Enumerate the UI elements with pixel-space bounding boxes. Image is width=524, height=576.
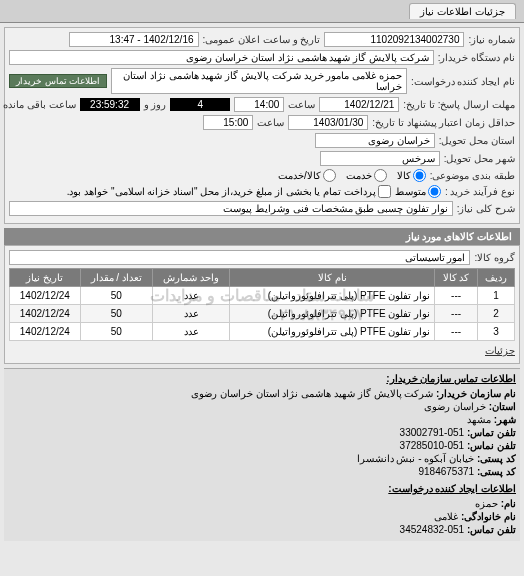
cell-name: نوار تفلون PTFE (پلی تترافلوئورواتیلن) bbox=[230, 305, 435, 323]
announce-date-value: 1402/12/16 - 13:47 bbox=[69, 32, 199, 47]
remaining-days-suffix: روز و bbox=[144, 99, 167, 110]
requester-label: نام ایجاد کننده درخواست: bbox=[411, 76, 515, 87]
table-row[interactable]: 1---نوار تفلون PTFE (پلی تترافلوئورواتیل… bbox=[10, 287, 515, 305]
col-unit: واحد شمارش bbox=[152, 269, 229, 287]
province-value: خراسان رضوی bbox=[424, 401, 486, 412]
need-number-label: شماره نیاز: bbox=[468, 34, 515, 45]
fname-label: نام: bbox=[501, 498, 516, 509]
contact-title: اطلاعات تماس سازمان خریدار: bbox=[8, 373, 516, 384]
category-goods-radio[interactable]: کالا bbox=[397, 169, 426, 182]
need-desc-value: نوار تفلون چسبی طبق مشخصات فنی وشرایط پی… bbox=[9, 201, 453, 216]
fax-value: 051-37285010 bbox=[400, 440, 465, 451]
tab-label: جزئیات اطلاعات نیاز bbox=[420, 6, 505, 17]
contact-section: اطلاعات تماس سازمان خریدار: نام سازمان خ… bbox=[4, 368, 520, 541]
tab-details[interactable]: جزئیات اطلاعات نیاز bbox=[409, 3, 516, 19]
cell-date: 1402/12/24 bbox=[10, 323, 81, 341]
table-row[interactable]: 2---نوار تفلون PTFE (پلی تترافلوئورواتیل… bbox=[10, 305, 515, 323]
details-link[interactable]: جزئیات bbox=[485, 345, 515, 356]
group-label: گروه کالا: bbox=[474, 252, 515, 263]
delivery-state: خراسان رضوی bbox=[315, 133, 435, 148]
requester-value: حمزه غلامی مامور خرید شرکت پالایش گاز شه… bbox=[111, 68, 407, 94]
cell-unit: عدد bbox=[152, 305, 229, 323]
remaining-days: 4 bbox=[170, 98, 230, 111]
cell-name: نوار تفلون PTFE (پلی تترافلوئورواتیلن) bbox=[230, 323, 435, 341]
items-section-header: اطلاعات کالاهای مورد نیاز bbox=[4, 228, 520, 245]
org-value: شرکت پالایش گاز شهید هاشمی نژاد استان خر… bbox=[191, 388, 433, 399]
requester-contact-title: اطلاعات ایجاد کننده درخواست: bbox=[8, 483, 516, 494]
cell-n: 1 bbox=[477, 287, 514, 305]
remaining-time: 23:59:32 bbox=[80, 98, 140, 111]
category-label: طبقه بندی موضوعی: bbox=[430, 170, 515, 181]
col-date: تاریخ نیاز bbox=[10, 269, 81, 287]
deadline-label: مهلت ارسال پاسخ: تا تاریخ: bbox=[403, 99, 515, 110]
col-name: نام کالا bbox=[230, 269, 435, 287]
postcode-value: 9184675371 bbox=[418, 466, 474, 477]
cell-name: نوار تفلون PTFE (پلی تترافلوئورواتیلن) bbox=[230, 287, 435, 305]
cell-qty: 50 bbox=[80, 305, 152, 323]
col-row: ردیف bbox=[477, 269, 514, 287]
buyer-contact-button[interactable]: اطلاعات تماس خریدار bbox=[9, 74, 107, 88]
validity-time-label: ساعت bbox=[257, 117, 284, 128]
phone-label: تلفن تماس: bbox=[467, 427, 516, 438]
delivery-state-label: استان محل تحویل: bbox=[439, 135, 515, 146]
deadline-time: 14:00 bbox=[234, 97, 284, 112]
cell-qty: 50 bbox=[80, 287, 152, 305]
items-section: گروه کالا: امور تاسیساتی ردیف کد کالا نا… bbox=[4, 245, 520, 364]
need-info-section: شماره نیاز: 1102092134002730 تاریخ و ساع… bbox=[4, 27, 520, 224]
payment-label: نوع فرآیند خرید : bbox=[445, 186, 515, 197]
payment-medium-radio[interactable]: متوسط bbox=[395, 185, 441, 198]
validity-time: 15:00 bbox=[203, 115, 253, 130]
validity-date: 1403/01/30 bbox=[288, 115, 368, 130]
remaining-suffix: ساعت باقی مانده bbox=[3, 99, 76, 110]
need-desc-label: شرح کلی نیاز: bbox=[457, 203, 515, 214]
cell-date: 1402/12/24 bbox=[10, 287, 81, 305]
delivery-city: سرخس bbox=[320, 151, 440, 166]
category-cash-radio[interactable]: کالا/خدمت bbox=[278, 169, 336, 182]
table-row[interactable]: 3---نوار تفلون PTFE (پلی تترافلوئورواتیل… bbox=[10, 323, 515, 341]
city-value: مشهد bbox=[467, 414, 491, 425]
cell-code: --- bbox=[435, 305, 478, 323]
postal-value: خیابان آبکوه - نبش دانشسرا bbox=[357, 453, 474, 464]
buyer-device-label: نام دستگاه خریدار: bbox=[438, 52, 515, 63]
cell-unit: عدد bbox=[152, 323, 229, 341]
validity-label: حداقل زمان اعتبار پیشنهاد تا تاریخ: bbox=[372, 117, 515, 128]
deadline-date: 1402/12/21 bbox=[319, 97, 399, 112]
req-phone-label: تلفن تماس: bbox=[467, 524, 516, 535]
col-qty: تعداد / مقدار bbox=[80, 269, 152, 287]
postcode-label: کد پستی: bbox=[477, 466, 516, 477]
lname-label: نام خانوادگی: bbox=[461, 511, 516, 522]
org-label: نام سازمان خریدار: bbox=[436, 388, 516, 399]
cell-date: 1402/12/24 bbox=[10, 305, 81, 323]
category-radio-group: کالا خدمت کالا/خدمت bbox=[278, 169, 426, 182]
postal-label: کد پستی: bbox=[477, 453, 516, 464]
cell-code: --- bbox=[435, 287, 478, 305]
province-label: استان: bbox=[489, 401, 516, 412]
lname-value: غلامی bbox=[434, 511, 458, 522]
cell-code: --- bbox=[435, 323, 478, 341]
deadline-time-label: ساعت bbox=[288, 99, 315, 110]
city-label: شهر: bbox=[494, 414, 516, 425]
need-number-value: 1102092134002730 bbox=[324, 32, 464, 47]
fname-value: حمزه bbox=[475, 498, 498, 509]
req-phone-value: 051-34524832 bbox=[400, 524, 465, 535]
phone-value: 051-33002791 bbox=[400, 427, 465, 438]
group-value: امور تاسیساتی bbox=[9, 250, 470, 265]
items-table: ردیف کد کالا نام کالا واحد شمارش تعداد /… bbox=[9, 268, 515, 341]
buyer-device-value: شرکت پالایش گاز شهید هاشمی نژاد استان خر… bbox=[9, 50, 434, 65]
cell-n: 2 bbox=[477, 305, 514, 323]
cell-qty: 50 bbox=[80, 323, 152, 341]
cell-n: 3 bbox=[477, 323, 514, 341]
delivery-city-label: شهر محل تحویل: bbox=[444, 153, 515, 164]
announce-date-label: تاریخ و ساعت اعلان عمومی: bbox=[203, 34, 321, 45]
tab-bar: جزئیات اطلاعات نیاز bbox=[0, 0, 524, 23]
cell-unit: عدد bbox=[152, 287, 229, 305]
category-services-radio[interactable]: خدمت bbox=[346, 169, 387, 182]
fax-label: تلفن نماس: bbox=[467, 440, 516, 451]
col-code: کد کالا bbox=[435, 269, 478, 287]
payment-note-checkbox[interactable]: پرداخت تمام یا بخشی از مبلغ خرید،از محل … bbox=[67, 185, 391, 198]
